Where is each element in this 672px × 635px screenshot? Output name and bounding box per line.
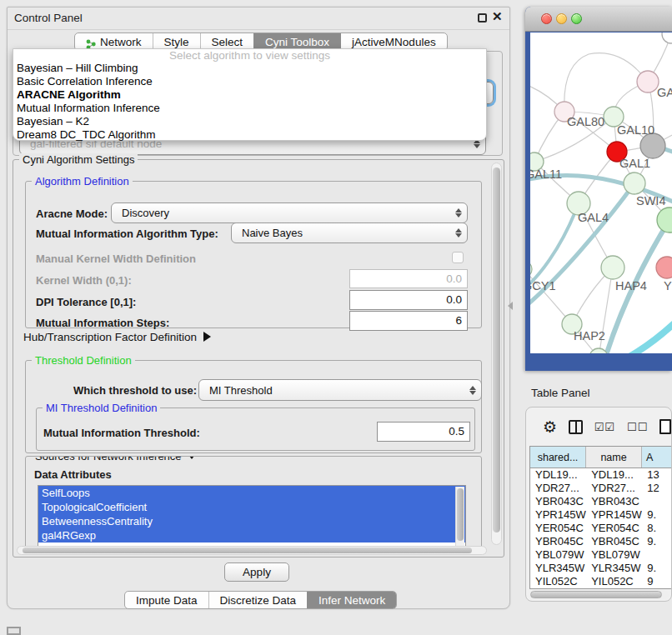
table-row[interactable]: YBR043CYBR043C: [530, 495, 672, 508]
table-cell: 12: [642, 482, 672, 495]
tab-discretize-data[interactable]: Discretize Data: [208, 592, 308, 608]
hub-definition-toggle[interactable]: Hub/Transcription Factor Definition: [23, 331, 211, 343]
node-gal-cut[interactable]: [637, 71, 659, 92]
table-cell: 8.: [642, 522, 672, 535]
table-cell: YER054C: [586, 522, 642, 535]
gear-icon[interactable]: ⚙: [543, 418, 557, 437]
settings-vertical-scrollbar[interactable]: [491, 162, 502, 545]
manual-kernel-label: Manual Kernel Width Definition: [36, 252, 196, 265]
control-panel-window: Control Panel ✕ NetworkStyleSelectCyni T…: [7, 7, 510, 609]
select-unchecked-icon[interactable]: ☐☐: [627, 421, 648, 433]
tab-impute-data[interactable]: Impute Data: [125, 592, 208, 608]
node-attribute-table: shared...nameA YDL19...YDL19...13YDR27..…: [529, 446, 672, 589]
node-gray[interactable]: [640, 133, 665, 158]
network-edge[interactable]: [564, 53, 648, 112]
network-window-titlebar[interactable]: [525, 7, 672, 32]
tab-infer-network[interactable]: Infer Network: [307, 592, 396, 608]
tab-network[interactable]: Network: [75, 33, 153, 50]
algorithm-option[interactable]: Bayesian – K2: [13, 115, 486, 128]
float-window-icon[interactable]: [478, 13, 487, 22]
file-icon[interactable]: [659, 419, 671, 434]
mi-threshold-group: MI Threshold Definition Mutual Informati…: [36, 408, 475, 451]
mi-threshold-field[interactable]: 0.5: [377, 422, 470, 442]
data-attributes-list[interactable]: SelfLoopsTopologicalCoefficientBetweenne…: [38, 485, 466, 548]
table-body: YDL19...YDL19...13YDR27...YDR27...12YBR0…: [530, 468, 672, 588]
split-columns-icon[interactable]: [569, 420, 583, 434]
network-canvas[interactable]: GALGAL80GAL10GAL1GAL11SWI4GAL4GCY1HAP4YH…: [530, 32, 672, 353]
which-threshold-value: MI Threshold: [209, 384, 273, 397]
combo-arrows-icon: [455, 208, 462, 218]
network-edge[interactable]: [616, 319, 672, 353]
table-row[interactable]: YPR145WYPR145W9.: [530, 508, 672, 522]
minimize-traffic-light-icon[interactable]: [556, 13, 567, 24]
apply-button[interactable]: Apply: [224, 562, 289, 582]
algorithm-option[interactable]: Mutual Information Inference: [13, 102, 486, 115]
threshold-definition-title: Threshold Definition: [32, 354, 135, 367]
panel-splitter-collapse-icon[interactable]: [508, 302, 513, 310]
sources-group-title[interactable]: Sources for Network Inference: [32, 456, 200, 462]
combo-arrows-icon: [455, 228, 462, 238]
close-traffic-light-icon[interactable]: [541, 13, 552, 24]
node-gcy1[interactable]: [530, 261, 532, 278]
table-row[interactable]: YIL052CYIL052C9: [530, 575, 672, 588]
tab-style[interactable]: Style: [153, 33, 200, 50]
node-big-green[interactable]: [657, 208, 672, 232]
sources-group: Sources for Network Inference Data Attri…: [25, 456, 482, 549]
table-cell: YBR043C: [586, 495, 642, 508]
dock-panel-icon[interactable]: [7, 627, 21, 635]
algorithm-option[interactable]: Bayesian – Hill Climbing: [13, 62, 486, 75]
attribute-list-scrollbar[interactable]: [455, 487, 464, 547]
table-toolbar: ⚙ ☑☑ ☐☐: [526, 408, 671, 446]
close-icon[interactable]: ✕: [492, 9, 503, 24]
tab-jactivemnodules[interactable]: jActiveMNodules: [340, 33, 447, 50]
column-header-1[interactable]: shared...: [530, 447, 586, 468]
manual-kernel-checkbox[interactable]: [452, 252, 464, 263]
attribute-list-item[interactable]: BetweennessCentrality: [38, 514, 465, 528]
network-view-window: GALGAL80GAL10GAL1GAL11SWI4GAL4GCY1HAP4YH…: [525, 7, 672, 371]
table-row[interactable]: YLR345WYLR345W9.: [530, 562, 672, 575]
select-checked-icon[interactable]: ☑☑: [594, 421, 615, 433]
table-row[interactable]: YBR045CYBR045C9.: [530, 535, 672, 548]
table-horizontal-scrollbar[interactable]: [529, 590, 669, 599]
node-swi4[interactable]: [624, 172, 645, 194]
mi-steps-field[interactable]: 6: [349, 311, 468, 331]
attribute-list-item[interactable]: SelfLoops: [38, 486, 465, 500]
panel-title: Control Panel: [14, 12, 83, 24]
node-salmon[interactable]: [656, 257, 672, 278]
table-row[interactable]: YER054CYER054C8.: [530, 522, 672, 535]
sources-title-text: Sources for Network Inference: [35, 456, 182, 462]
table-row[interactable]: YDR27...YDR27...12: [530, 482, 672, 495]
node-hap4[interactable]: [601, 256, 624, 279]
which-threshold-combo[interactable]: MI Threshold: [198, 379, 482, 401]
column-header-3[interactable]: A: [642, 447, 672, 468]
table-cell: YIL052C: [586, 575, 642, 588]
node-label-hap2: HAP2: [574, 329, 605, 342]
network-icon: [86, 37, 96, 47]
settings-horizontal-scrollbar[interactable]: [17, 546, 487, 555]
table-cell: YIL052C: [530, 575, 586, 588]
dpi-tolerance-field[interactable]: 0.0: [349, 290, 468, 310]
tab-cyni-toolbox[interactable]: Cyni Toolbox: [253, 33, 340, 50]
algorithm-option[interactable]: ARACNE Algorithm: [13, 88, 486, 102]
kernel-width-label: Kernel Width (0,1):: [36, 274, 132, 287]
tab-select[interactable]: Select: [200, 33, 254, 50]
kernel-width-field[interactable]: 0.0: [349, 269, 468, 288]
algorithm-option[interactable]: Basic Correlation Inference: [13, 75, 486, 88]
cyni-algorithm-settings-group: Cyni Algorithm Settings Algorithm Defini…: [13, 159, 504, 558]
settings-group-title: Cyni Algorithm Settings: [19, 153, 138, 166]
table-cell: [642, 495, 672, 508]
algorithm-definition-title: Algorithm Definition: [32, 175, 133, 188]
zoom-traffic-light-icon[interactable]: [571, 13, 582, 24]
aracne-mode-combo[interactable]: Discovery: [111, 202, 468, 223]
mi-algorithm-type-combo[interactable]: Naive Bayes: [231, 222, 468, 243]
table-cell: YDR27...: [586, 482, 642, 495]
column-header-2[interactable]: name: [586, 447, 642, 468]
algorithm-option[interactable]: Dream8 DC_TDC Algorithm: [13, 128, 486, 142]
node-top-right[interactable]: [662, 32, 672, 43]
attribute-list-item[interactable]: gal4RGexp: [38, 528, 465, 542]
table-row[interactable]: YDL19...YDL19...13: [530, 468, 672, 482]
table-header-row: shared...nameA: [530, 447, 672, 468]
attribute-list-item[interactable]: TopologicalCoefficient: [38, 500, 465, 514]
table-row[interactable]: YBL079WYBL079W: [530, 548, 672, 562]
table-cell: 9.: [642, 508, 672, 522]
